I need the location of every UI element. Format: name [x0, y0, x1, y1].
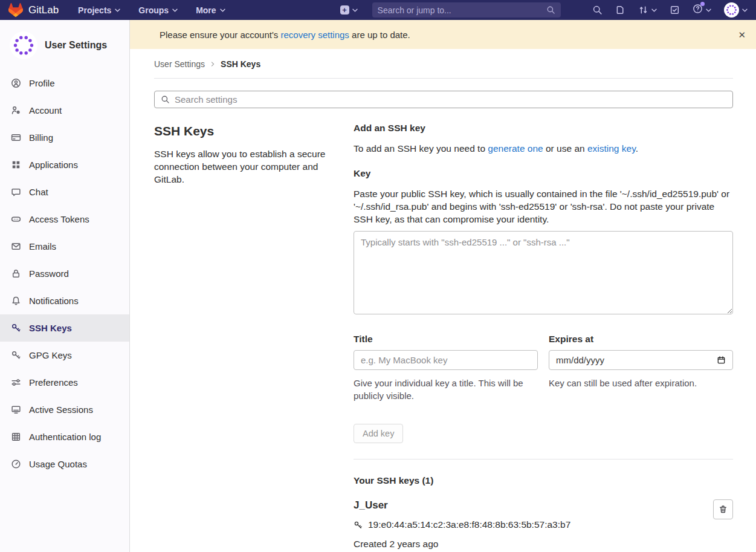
sidebar-item-profile[interactable]: Profile: [0, 70, 129, 97]
chevron-down-icon: [742, 8, 748, 12]
ssh-key-title: J_User: [354, 499, 713, 511]
sidebar-item-access-tokens[interactable]: Access Tokens: [0, 206, 129, 233]
expires-field-group: Expires at Key can still be used after e…: [549, 334, 733, 402]
your-ssh-keys-heading: Your SSH keys (1): [354, 475, 733, 486]
user-settings-avatar: [9, 31, 38, 60]
merge-requests-button[interactable]: [638, 5, 657, 15]
issues-icon[interactable]: [615, 5, 625, 15]
recovery-settings-banner: Please ensure your account's recovery se…: [130, 20, 756, 49]
expires-field-label: Expires at: [549, 334, 733, 345]
sidebar-item-applications[interactable]: Applications: [0, 151, 129, 178]
trash-icon: [719, 505, 728, 514]
monitor-icon: [11, 404, 21, 415]
nav-menus: Projects Groups More: [78, 5, 225, 15]
tanuki-logo-icon: [8, 3, 23, 17]
sidebar-item-ssh-keys[interactable]: SSH Keys: [0, 314, 129, 342]
sidebar-item-gpg-keys[interactable]: GPG Keys: [0, 342, 129, 369]
page-description: SSH keys allow you to establish a secure…: [154, 148, 338, 186]
key-fingerprint-icon: [354, 521, 363, 530]
existing-key-link[interactable]: existing key: [587, 143, 636, 154]
speech-bubble-icon: [11, 187, 21, 197]
banner-text: Please ensure your account's recovery se…: [160, 30, 410, 40]
help-menu-button[interactable]: [693, 4, 711, 16]
key-field-label: Key: [354, 168, 733, 179]
ssh-key-list-item: J_User 19:e0:44:a5:14:c2:3a:e8:f8:48:8b:…: [354, 499, 733, 552]
table-icon: [11, 432, 21, 442]
settings-search-input[interactable]: [175, 94, 726, 105]
chevron-down-icon: [172, 8, 178, 12]
settings-sidebar: User Settings Profile Account Billing Ap…: [0, 20, 130, 552]
user-avatar: [724, 2, 739, 18]
main-content: User Settings SSH Keys SSH Keys SSH keys…: [130, 49, 756, 552]
plus-icon: +: [340, 5, 349, 15]
chevron-down-icon: [651, 8, 657, 12]
nav-menu-groups[interactable]: Groups: [138, 5, 178, 15]
lock-icon: [11, 268, 21, 279]
nav-menu-more[interactable]: More: [196, 5, 225, 15]
page-title: SSH Keys: [154, 124, 338, 138]
sidebar-item-password[interactable]: Password: [0, 260, 129, 287]
sidebar-item-chat[interactable]: Chat: [0, 178, 129, 206]
search-icon: [161, 95, 170, 104]
expires-date-input[interactable]: [556, 355, 717, 365]
breadcrumb: User Settings SSH Keys: [154, 49, 733, 79]
chevron-down-icon: [706, 8, 711, 12]
ssh-key-created: Created 2 years ago: [354, 539, 713, 550]
title-field-label: Title: [354, 334, 538, 345]
top-navbar: GitLab Projects Groups More +: [0, 0, 756, 20]
user-menu-button[interactable]: [724, 2, 748, 18]
todo-icon[interactable]: [670, 5, 680, 15]
breadcrumb-chevron-icon: [210, 62, 215, 67]
sidebar-item-notifications[interactable]: Notifications: [0, 287, 129, 314]
bell-icon: [11, 296, 21, 306]
calendar-icon[interactable]: [717, 356, 726, 365]
key-field-help: Paste your public SSH key, which is usua…: [354, 187, 733, 226]
sliders-icon: [11, 377, 21, 388]
sidebar-item-active-sessions[interactable]: Active Sessions: [0, 396, 129, 423]
recovery-settings-link[interactable]: recovery settings: [280, 30, 349, 40]
add-ssh-key-heading: Add an SSH key: [354, 123, 733, 134]
user-gear-icon: [11, 105, 21, 115]
chevron-down-icon: [115, 8, 120, 12]
search-icon[interactable]: [592, 5, 603, 15]
gitlab-logo[interactable]: GitLab: [8, 3, 59, 17]
envelope-icon: [11, 241, 21, 252]
sidebar-item-billing[interactable]: Billing: [0, 124, 129, 151]
token-pill-icon: [11, 214, 21, 224]
generate-one-link[interactable]: generate one: [488, 143, 543, 154]
sidebar-item-account[interactable]: Account: [0, 97, 129, 124]
key-title-input[interactable]: [354, 350, 538, 370]
expires-date-field[interactable]: [549, 350, 733, 370]
close-icon[interactable]: ✕: [738, 30, 746, 39]
add-key-button[interactable]: Add key: [354, 424, 403, 443]
nav-menu-projects[interactable]: Projects: [78, 5, 120, 15]
sidebar-item-preferences[interactable]: Preferences: [0, 369, 129, 396]
sidebar-item-authentication-log[interactable]: Authentication log: [0, 423, 129, 450]
new-menu-button[interactable]: +: [340, 5, 358, 15]
user-circle-icon: [11, 78, 21, 88]
brand-name: GitLab: [28, 4, 59, 16]
search-icon: [546, 5, 555, 15]
expires-field-help: Key can still be used after expiration.: [549, 377, 733, 389]
sidebar-header: User Settings: [0, 26, 129, 70]
navbar-icons: [592, 2, 748, 18]
delete-key-button[interactable]: [713, 499, 733, 519]
title-field-group: Title Give your individual key a title. …: [354, 334, 538, 402]
sidebar-title: User Settings: [45, 40, 107, 51]
gauge-icon: [11, 459, 21, 469]
credit-card-icon: [11, 132, 21, 143]
ssh-keys-summary: SSH Keys SSH keys allow you to establish…: [154, 115, 338, 552]
ssh-key-textarea[interactable]: [354, 231, 733, 314]
add-ssh-key-intro: To add an SSH key you need to generate o…: [354, 142, 733, 155]
global-search-input[interactable]: [378, 5, 546, 15]
sidebar-item-usage-quotas[interactable]: Usage Quotas: [0, 450, 129, 478]
section-divider: [354, 459, 733, 459]
chevron-down-icon: [352, 8, 358, 12]
ssh-key-fingerprint: 19:e0:44:a5:14:c2:3a:e8:f8:48:8b:63:5b:5…: [368, 519, 570, 530]
merge-request-icon: [638, 5, 648, 15]
breadcrumb-current: SSH Keys: [221, 59, 260, 69]
sidebar-nav: Profile Account Billing Applications Cha…: [0, 70, 129, 478]
breadcrumb-user-settings[interactable]: User Settings: [154, 59, 205, 69]
key-icon: [11, 350, 21, 360]
sidebar-item-emails[interactable]: Emails: [0, 233, 129, 260]
